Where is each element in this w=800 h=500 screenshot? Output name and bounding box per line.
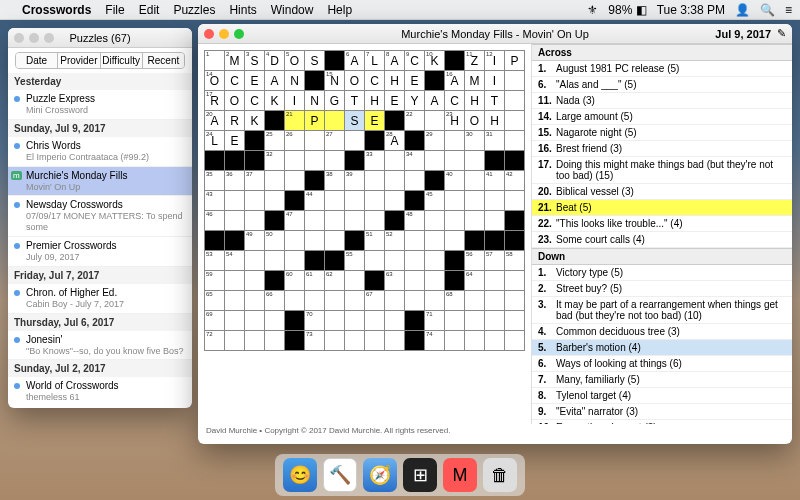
grid-cell[interactable]: G [325, 91, 345, 111]
grid-cell[interactable] [425, 151, 445, 171]
grid-cell[interactable] [245, 191, 265, 211]
grid-cell[interactable]: T [485, 91, 505, 111]
tab-difficulty[interactable]: Difficulty [101, 53, 143, 68]
tab-recent[interactable]: Recent [143, 53, 184, 68]
grid-cell[interactable]: 36 [225, 171, 245, 191]
grid-cell[interactable] [445, 131, 465, 151]
clue-item[interactable]: 3.It may be part of a rearrangement when… [532, 297, 792, 324]
hints-menu[interactable]: Hints [229, 3, 256, 17]
grid-cell[interactable]: 35 [205, 171, 225, 191]
grid-cell[interactable]: E [385, 91, 405, 111]
grid-cell[interactable]: 73 [305, 331, 325, 351]
grid-cell[interactable]: 69 [205, 311, 225, 331]
grid-cell[interactable]: A [265, 71, 285, 91]
grid-cell[interactable]: 2M [225, 51, 245, 71]
grid-cell[interactable] [365, 211, 385, 231]
puzzle-list-item[interactable]: mMurchie's Monday FillsMovin' On Up [8, 167, 192, 197]
grid-cell[interactable]: 63 [385, 271, 405, 291]
grid-cell[interactable] [325, 311, 345, 331]
grid-cell[interactable]: 46 [205, 211, 225, 231]
grid-cell[interactable] [225, 331, 245, 351]
grid-cell[interactable]: 22 [405, 111, 425, 131]
grid-cell[interactable]: 33 [365, 151, 385, 171]
puzzle-list-item[interactable]: Jonesin'"Bo Knows"--so, do you know five… [8, 331, 192, 361]
grid-cell[interactable]: N [305, 91, 325, 111]
grid-cell[interactable]: E [245, 71, 265, 91]
grid-cell[interactable] [285, 291, 305, 311]
grid-cell[interactable] [505, 291, 525, 311]
puzzle-list-item[interactable]: World of Crosswordsthemeless 61 [8, 377, 192, 403]
grid-cell[interactable]: E [365, 111, 385, 131]
grid-cell[interactable]: 70 [305, 311, 325, 331]
crossword-grid[interactable]: 12M3S4D5OS6A7L8A9C10K11Z12IP14OCEAN15NOC… [204, 50, 525, 351]
grid-cell[interactable] [445, 211, 465, 231]
grid-cell[interactable]: 65 [205, 291, 225, 311]
grid-cell[interactable] [245, 291, 265, 311]
grid-cell[interactable]: Y [405, 91, 425, 111]
clock[interactable]: Tue 3:38 PM [657, 3, 725, 17]
puzzle-list-item[interactable]: Newsday Crosswords07/09/17 MONEY MATTERS… [8, 196, 192, 237]
grid-cell[interactable] [505, 331, 525, 351]
grid-cell[interactable]: 38 [325, 171, 345, 191]
clue-item[interactable]: 20.Biblical vessel (3) [532, 184, 792, 200]
grid-cell[interactable] [385, 191, 405, 211]
grid-cell[interactable] [425, 271, 445, 291]
grid-cell[interactable] [365, 251, 385, 271]
grid-cell[interactable] [225, 191, 245, 211]
grid-cell[interactable] [505, 131, 525, 151]
grid-cell[interactable] [485, 211, 505, 231]
clue-item[interactable]: 23.Some court calls (4) [532, 232, 792, 248]
grid-cell[interactable]: H [385, 71, 405, 91]
grid-cell[interactable]: 24L [205, 131, 225, 151]
clue-item[interactable]: 1.August 1981 PC release (5) [532, 61, 792, 77]
grid-cell[interactable]: T [345, 91, 365, 111]
dock-finder-icon[interactable]: 😊 [283, 458, 317, 492]
grid-cell[interactable]: 44 [305, 191, 325, 211]
tab-provider[interactable]: Provider [58, 53, 100, 68]
grid-cell[interactable]: E [225, 131, 245, 151]
grid-cell[interactable] [465, 331, 485, 351]
grid-cell[interactable]: 16A [445, 71, 465, 91]
grid-cell[interactable]: H [485, 111, 505, 131]
grid-cell[interactable] [445, 311, 465, 331]
grid-cell[interactable]: H [365, 91, 385, 111]
grid-cell[interactable]: 74 [425, 331, 445, 351]
grid-cell[interactable]: S [345, 111, 365, 131]
grid-cell[interactable] [345, 271, 365, 291]
grid-cell[interactable]: 9C [405, 51, 425, 71]
grid-cell[interactable] [505, 311, 525, 331]
grid-cell[interactable] [485, 191, 505, 211]
grid-cell[interactable]: 1 [205, 51, 225, 71]
grid-cell[interactable]: E [405, 71, 425, 91]
grid-cell[interactable]: 14O [205, 71, 225, 91]
grid-cell[interactable]: 64 [465, 271, 485, 291]
clue-item[interactable]: 15.Nagarote night (5) [532, 125, 792, 141]
grid-cell[interactable]: 55 [345, 251, 365, 271]
grid-cell[interactable] [365, 171, 385, 191]
grid-cell[interactable] [225, 291, 245, 311]
grid-cell[interactable]: P [305, 111, 325, 131]
sidebar-titlebar[interactable]: Puzzles (67) [8, 28, 192, 48]
clue-item[interactable]: 16.Brest friend (3) [532, 141, 792, 157]
grid-cell[interactable] [245, 331, 265, 351]
grid-cell[interactable]: A [425, 91, 445, 111]
grid-cell[interactable] [365, 191, 385, 211]
grid-cell[interactable]: 49 [245, 231, 265, 251]
grid-cell[interactable]: K [245, 111, 265, 131]
grid-cell[interactable]: 45 [425, 191, 445, 211]
grid-cell[interactable] [405, 291, 425, 311]
grid-cell[interactable] [405, 251, 425, 271]
grid-cell[interactable]: 53 [205, 251, 225, 271]
grid-cell[interactable] [505, 91, 525, 111]
grid-cell[interactable]: 37 [245, 171, 265, 191]
grid-cell[interactable] [465, 211, 485, 231]
grid-cell[interactable] [285, 231, 305, 251]
grid-cell[interactable] [325, 331, 345, 351]
grid-cell[interactable] [465, 151, 485, 171]
grid-cell[interactable]: N [285, 71, 305, 91]
grid-cell[interactable] [265, 311, 285, 331]
grid-cell[interactable]: 54 [225, 251, 245, 271]
clue-item[interactable]: 5.Barber's motion (4) [532, 340, 792, 356]
grid-cell[interactable] [285, 251, 305, 271]
grid-cell[interactable]: 56 [465, 251, 485, 271]
